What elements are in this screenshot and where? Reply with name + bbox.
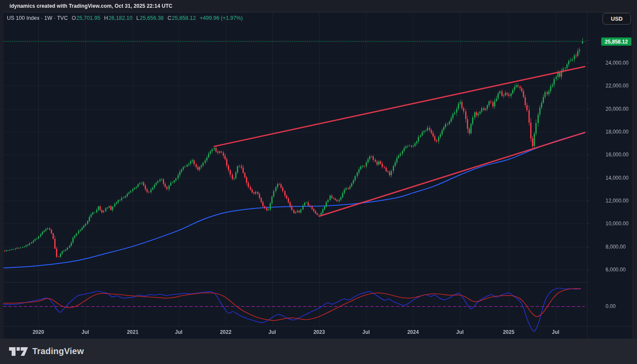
ohlc-value: 25,656.38 bbox=[140, 15, 164, 21]
time-tick-label: Jul bbox=[81, 329, 89, 335]
price-tick-mark bbox=[587, 178, 589, 178]
pane-separator[interactable] bbox=[3, 282, 587, 283]
price-tick-mark bbox=[587, 109, 589, 109]
current-price-badge: 25,858.12 bbox=[601, 37, 631, 46]
price-tick-label: 8,000.00 bbox=[606, 244, 637, 250]
time-tick-label: 2020 bbox=[33, 329, 44, 335]
price-tick-mark bbox=[587, 63, 589, 63]
price-axis-border bbox=[587, 12, 587, 339]
price-tick-label: 14,000.00 bbox=[606, 175, 637, 181]
price-chart-canvas[interactable] bbox=[0, 0, 637, 364]
price-tick-mark bbox=[587, 132, 589, 132]
time-tick-label: Jul bbox=[175, 329, 182, 335]
price-tick-mark bbox=[587, 224, 589, 224]
price-tick-mark bbox=[587, 86, 589, 86]
ohlc-values: O25,701.95H26,182.10L25,656.38C25,858.12 bbox=[72, 15, 196, 21]
ohlc-value: 25,858.12 bbox=[172, 15, 196, 21]
ohlc-item: H26,182.10 bbox=[104, 15, 133, 21]
currency-toggle-button[interactable]: USD bbox=[603, 13, 631, 25]
price-tick-label: 12,000.00 bbox=[606, 198, 637, 204]
price-tick-label: 22,000.00 bbox=[606, 83, 637, 89]
price-tick-mark bbox=[587, 247, 589, 247]
ohlc-item: O25,701.95 bbox=[72, 15, 100, 21]
ohlc-item: C25,858.12 bbox=[168, 15, 196, 21]
watermark-text: idynamics created with TradingView.com, … bbox=[9, 3, 172, 9]
time-tick-label: Jul bbox=[362, 329, 370, 335]
time-tick-label: Jul bbox=[456, 329, 463, 335]
ohlc-label: H bbox=[104, 15, 108, 21]
price-tick-mark bbox=[587, 155, 589, 155]
symbol-title[interactable]: US 100 Index · 1W · TVC bbox=[7, 15, 68, 21]
price-tick-mark bbox=[587, 40, 589, 40]
time-axis-border bbox=[3, 326, 632, 327]
time-tick-label: 2025 bbox=[503, 329, 515, 335]
price-tick-label: 6,000.00 bbox=[606, 267, 637, 273]
oscillator-zero-label: 0.00 bbox=[606, 303, 637, 309]
symbol-legend[interactable]: US 100 Index · 1W · TVC O25,701.95H26,18… bbox=[7, 15, 243, 21]
time-tick-label: 2024 bbox=[407, 329, 419, 335]
ohlc-label: O bbox=[72, 15, 76, 21]
price-tick-label: 20,000.00 bbox=[606, 106, 637, 112]
ohlc-item: L25,656.38 bbox=[136, 15, 164, 21]
change-value: +499.96 (+1.97%) bbox=[200, 15, 243, 21]
ohlc-value: 25,701.95 bbox=[76, 15, 100, 21]
footer-bar: TradingView bbox=[0, 339, 637, 364]
price-tick-mark bbox=[587, 201, 589, 201]
tradingview-brand-text[interactable]: TradingView bbox=[32, 346, 84, 356]
tradingview-chart-page: idynamics created with TradingView.com, … bbox=[0, 0, 637, 364]
time-tick-label: Jul bbox=[268, 329, 276, 335]
time-tick-label: 2023 bbox=[314, 329, 325, 335]
price-tick-label: 10,000.00 bbox=[606, 221, 637, 227]
price-tick-label: 18,000.00 bbox=[606, 129, 637, 135]
price-tick-mark bbox=[587, 270, 589, 270]
time-tick-label: 2022 bbox=[220, 329, 232, 335]
time-tick-label: 2021 bbox=[127, 329, 139, 335]
ohlc-label: C bbox=[168, 15, 171, 21]
time-tick-label: Jul bbox=[552, 329, 559, 335]
price-tick-label: 16,000.00 bbox=[606, 152, 637, 158]
tradingview-logo-icon[interactable] bbox=[9, 345, 28, 358]
price-tick-label: 24,000.00 bbox=[606, 60, 637, 66]
ohlc-value: 26,182.10 bbox=[109, 15, 133, 21]
ohlc-label: L bbox=[136, 15, 139, 21]
